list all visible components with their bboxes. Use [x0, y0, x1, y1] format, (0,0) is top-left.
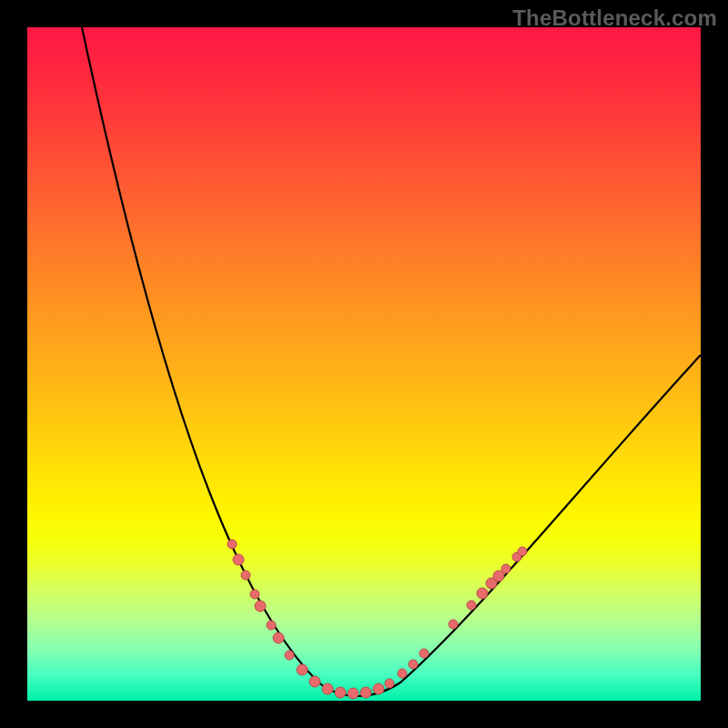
data-point — [348, 688, 359, 699]
data-point — [335, 687, 346, 698]
data-point — [360, 687, 371, 698]
data-point — [409, 660, 418, 669]
watermark-text: TheBottleneck.com — [512, 5, 717, 31]
bottleneck-curve — [82, 27, 701, 696]
data-point — [420, 649, 429, 658]
data-point — [467, 601, 476, 610]
data-point — [297, 664, 308, 675]
plot-area — [27, 27, 701, 701]
data-point — [255, 601, 266, 612]
data-point — [273, 632, 284, 643]
data-point — [241, 571, 250, 580]
data-point — [518, 547, 527, 556]
data-point — [250, 590, 259, 599]
data-point — [228, 540, 237, 549]
chart-frame: TheBottleneck.com — [0, 0, 728, 728]
data-point — [477, 588, 488, 599]
data-point — [398, 669, 407, 678]
data-point — [373, 683, 384, 694]
data-point — [322, 683, 333, 694]
marker-group — [228, 540, 527, 699]
data-point — [501, 564, 511, 573]
data-point — [233, 554, 244, 565]
data-point — [449, 620, 458, 629]
data-point — [385, 679, 394, 688]
curve-layer — [27, 27, 701, 701]
data-point — [267, 621, 276, 630]
data-point — [309, 676, 320, 687]
data-point — [285, 651, 294, 660]
